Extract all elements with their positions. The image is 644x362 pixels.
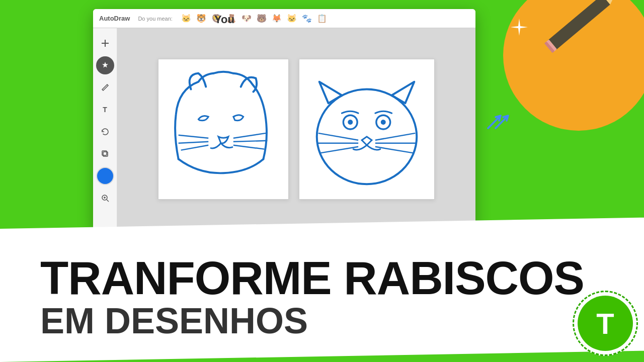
- autodraw-tool-button[interactable]: [96, 56, 114, 74]
- autodraw-logo: AutoDraw: [99, 15, 130, 22]
- svg-line-24: [375, 147, 414, 153]
- bottom-text-area: TRANFORME RABISCOS EM DESENHOS: [0, 234, 644, 362]
- suggestion-9[interactable]: 🐾: [300, 12, 313, 25]
- suggestion-2[interactable]: 🐯: [195, 12, 208, 25]
- blue-arrows-decoration: [483, 103, 511, 135]
- suggestion-1[interactable]: 🐱: [180, 12, 193, 25]
- svg-line-5: [107, 200, 109, 202]
- suggestion-10[interactable]: 📋: [315, 12, 329, 25]
- text-tool-button[interactable]: T: [96, 101, 114, 119]
- undo-tool-button[interactable]: [96, 123, 114, 141]
- svg-line-9: [179, 142, 209, 143]
- channel-logo-inner: T: [578, 296, 633, 351]
- suggestion-8[interactable]: 🐱: [285, 12, 298, 25]
- do-you-mean-label: Do you mean:: [138, 16, 172, 22]
- svg-line-8: [179, 135, 209, 138]
- autodraw-window: AutoDraw Do you mean: 🐱 🐯 🦁 🧸 🐶 🐻 🦊 🐱 🐾 …: [93, 9, 475, 230]
- autodraw-toolbar: AutoDraw Do you mean: 🐱 🐯 🦁 🧸 🐶 🐻 🦊 🐱 🐾 …: [93, 9, 475, 28]
- svg-line-21: [319, 147, 358, 153]
- you-label: You: [214, 13, 234, 26]
- refined-panel: [299, 59, 435, 200]
- suggestion-6[interactable]: 🐻: [255, 12, 268, 25]
- pencil-tool-button[interactable]: [96, 78, 114, 97]
- svg-line-10: [181, 145, 209, 150]
- suggestion-7[interactable]: 🦊: [270, 12, 283, 25]
- svg-line-22: [375, 133, 415, 140]
- sketch-panel: [158, 59, 289, 200]
- channel-logo: T: [573, 291, 638, 356]
- add-tool-button[interactable]: [96, 34, 114, 52]
- drawing-canvas[interactable]: [117, 28, 475, 230]
- tools-sidebar: T: [93, 28, 117, 230]
- suggestion-5[interactable]: 🐶: [240, 12, 253, 25]
- svg-line-13: [233, 145, 265, 149]
- suggestion-icons: 🐱 🐯 🦁 🧸 🐶 🐻 🦊 🐱 🐾 📋: [180, 12, 329, 25]
- channel-t-letter: T: [596, 307, 614, 340]
- title-line1: TRANFORME RABISCOS: [40, 255, 644, 301]
- svg-line-12: [233, 141, 267, 142]
- zoom-tool-button[interactable]: [96, 189, 114, 207]
- channel-logo-circle: T: [573, 291, 638, 356]
- svg-point-18: [381, 120, 386, 125]
- sparkle-icon: [508, 16, 531, 41]
- copy-tool-button[interactable]: [96, 145, 114, 163]
- svg-line-11: [233, 133, 266, 138]
- color-tool-button[interactable]: [96, 167, 114, 185]
- svg-point-16: [348, 120, 353, 125]
- title-line2: EM DESENHOS: [40, 301, 644, 341]
- svg-line-19: [318, 133, 358, 140]
